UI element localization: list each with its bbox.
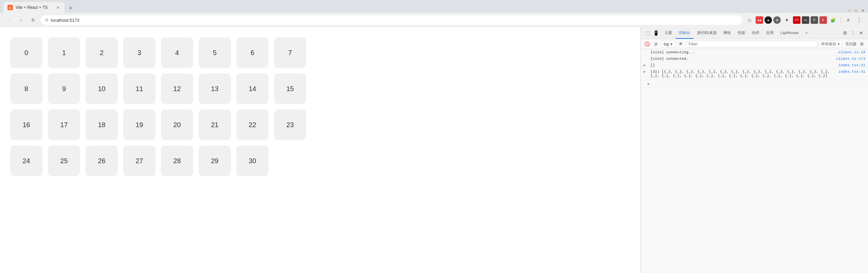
forward-button[interactable]: › (16, 15, 26, 25)
close-button[interactable]: ✕ (861, 8, 865, 13)
webpage-content: 0123456789101112131415161718192021222324… (0, 27, 641, 273)
grid-item: 5 (199, 37, 231, 68)
console-link-4[interactable]: index.tsx:31 (838, 70, 865, 74)
tab-bar: ▲ Vite + React + TS ✕ + ─ □ ✕ (0, 0, 868, 13)
grid-item: 16 (10, 109, 42, 140)
grid-item: 12 (161, 73, 193, 104)
grid-item: 14 (236, 73, 269, 104)
browser-controls: ‹ › ↻ ⊙ localhost:5173 ☆ ●● ● ⚙ ▼ YT ✏ P… (0, 13, 868, 27)
grid-item: 25 (48, 146, 80, 176)
console-link-2[interactable]: client.ts:173 (836, 57, 865, 61)
console-line-more: ▶ (641, 79, 868, 88)
console-link-1[interactable]: client.ts:19 (838, 50, 865, 54)
tab-network[interactable]: 网络 (720, 27, 734, 39)
console-line-4: ▶ (31) [{…}, {…}, {…}, {…}, {…}, {…}, {…… (641, 69, 868, 79)
separator (841, 17, 841, 23)
tab-application[interactable]: 应用 (763, 27, 777, 39)
devtools-tab-bar: ⬚ 📱 元素 控制台 源代码/来源 网络 性能 (641, 27, 868, 39)
devtools-panel: ⬚ 📱 元素 控制台 源代码/来源 网络 性能 (641, 27, 868, 273)
tab-lighthouse[interactable]: Lighthouse (777, 27, 802, 39)
devtools-left-icons: ⬚ 📱 (642, 27, 661, 39)
grid-item: 13 (199, 73, 231, 104)
console-line-3: ▶ [] index.tsx:31 (641, 62, 868, 69)
context-label: top (664, 42, 669, 47)
grid-item: 3 (123, 37, 155, 68)
tab-close-button[interactable]: ✕ (55, 5, 60, 10)
address-bar[interactable]: ⊙ localhost:5173 (41, 15, 742, 25)
devtools-more-icon[interactable]: ⋮ (850, 30, 856, 36)
grid-item: 23 (274, 109, 306, 140)
grid-item: 19 (123, 109, 155, 140)
tab-favicon: ▲ (7, 5, 13, 10)
grid-item: 15 (274, 73, 306, 104)
tab-memory[interactable]: 内存 (749, 27, 763, 39)
devtools-toolbar: 🚫 ⊘ top ▼ 👁 所有级别 ▼ 无问题 ⚙ (641, 39, 868, 49)
ext-icon-2[interactable]: ● (764, 16, 772, 24)
context-selector[interactable]: top ▼ (661, 41, 676, 48)
main-area: 0123456789101112131415161718192021222324… (0, 27, 868, 273)
minimize-button[interactable]: ─ (847, 8, 852, 13)
grid-item: 8 (10, 73, 42, 104)
devtools-device-icon[interactable]: 📱 (652, 30, 659, 36)
ext-icon-1[interactable]: ●● (756, 16, 763, 24)
clear-console-icon[interactable]: 🚫 (644, 41, 650, 48)
window-controls: ─ □ ✕ (844, 8, 868, 13)
grid-item: 24 (10, 146, 42, 176)
tab-more[interactable]: » (802, 27, 811, 39)
grid-item: 4 (161, 37, 193, 68)
tab-title: Vite + React + TS (16, 5, 52, 10)
tab-performance[interactable]: 性能 (734, 27, 749, 39)
maximize-button[interactable]: □ (854, 8, 858, 13)
grid-item: 29 (199, 146, 231, 176)
ext-icon-3[interactable]: ⚙ (773, 16, 781, 24)
ext-icon-5[interactable]: YT (793, 16, 800, 24)
back-button[interactable]: ‹ (4, 15, 14, 25)
tab-console[interactable]: 控制台 (676, 27, 694, 39)
grid-item: 28 (161, 146, 193, 176)
bookmark-button[interactable]: ☆ (745, 15, 754, 25)
devtools-close-icon[interactable]: ✕ (858, 30, 865, 36)
grid-item: 26 (86, 146, 118, 176)
menu-button[interactable]: ⋮ (854, 15, 864, 25)
log-level-selector[interactable]: 所有级别 ▼ (819, 40, 842, 48)
context-dropdown-icon: ▼ (670, 42, 673, 46)
profile-button[interactable]: A (844, 15, 853, 25)
grid-item: 27 (123, 146, 155, 176)
grid-item: 17 (48, 109, 80, 140)
grid-item: 21 (199, 109, 231, 140)
console-line-2: [vite] connected. client.ts:173 (641, 56, 868, 62)
devtools-console-content: [vite] connecting... client.ts:19 [vite]… (641, 49, 868, 273)
tab-elements[interactable]: 元素 (661, 27, 676, 39)
new-tab-button[interactable]: + (66, 3, 75, 13)
eye-icon[interactable]: 👁 (678, 41, 684, 48)
grid-item: 7 (274, 37, 306, 68)
devtools-settings-icon[interactable]: ⚙ (842, 30, 848, 36)
ext-icon-7[interactable]: P (811, 16, 818, 24)
ext-icon-4[interactable]: ▼ (782, 15, 792, 25)
tab-sources[interactable]: 源代码/来源 (694, 27, 720, 39)
grid-item: 6 (236, 37, 269, 68)
ext-icon-9[interactable]: 🧩 (828, 15, 838, 25)
number-grid: 0123456789101112131415161718192021222324… (10, 37, 306, 176)
issues-label: 无问题 (845, 41, 856, 47)
expand-icon-3: ▶ (644, 63, 648, 67)
browser-window: ▲ Vite + React + TS ✕ + ─ □ ✕ ‹ › ↻ ⊙ lo… (0, 0, 868, 273)
filter-input[interactable] (686, 41, 817, 48)
more-button[interactable]: ▶ (646, 82, 651, 86)
grid-item: 18 (86, 109, 118, 140)
refresh-button[interactable]: ↻ (29, 15, 38, 25)
ext-icon-8[interactable]: F (819, 16, 827, 24)
devtools-right-icons: ⚙ ⋮ ✕ (839, 27, 867, 39)
grid-item: 2 (86, 37, 118, 68)
console-link-3[interactable]: index.tsx:31 (838, 63, 865, 67)
devtools-inspect-icon[interactable]: ⬚ (644, 30, 651, 36)
grid-item: 1 (48, 37, 80, 68)
address-text: localhost:5173 (51, 18, 79, 23)
filter-icon[interactable]: ⊘ (652, 41, 659, 48)
active-tab[interactable]: ▲ Vite + React + TS ✕ (3, 2, 64, 13)
console-text-2: [vite] connected. (650, 57, 833, 61)
ext-icon-6[interactable]: ✏ (802, 16, 809, 24)
grid-item: 0 (10, 37, 42, 68)
settings-gear-icon[interactable]: ⚙ (858, 41, 865, 48)
console-line-1: [vite] connecting... client.ts:19 (641, 49, 868, 56)
